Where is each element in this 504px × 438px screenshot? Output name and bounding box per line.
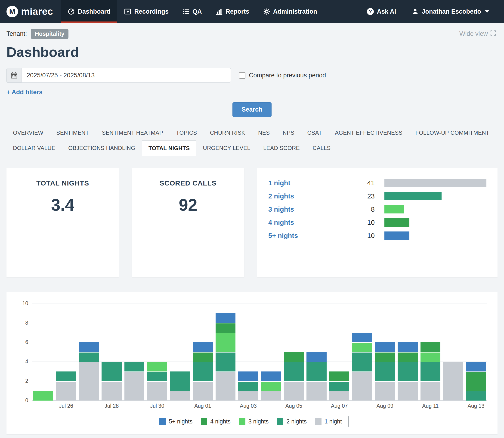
tab-row: OVERVIEWSENTIMENTSENTIMENT HEATMAPTOPICS… [6, 125, 498, 141]
stacked-bar-aug-03[interactable] [238, 372, 258, 401]
stacked-bar-aug-10[interactable] [398, 342, 417, 401]
stacked-bar-jul-25[interactable] [33, 391, 53, 401]
search-button[interactable]: Search [232, 102, 271, 117]
stacked-bar-aug-05[interactable] [284, 352, 304, 401]
bar-segment-3-nights [421, 352, 440, 362]
breakdown-label[interactable]: 1 night [268, 179, 347, 187]
tab-churn-risk[interactable]: CHURN RISK [204, 125, 252, 141]
stacked-bar-aug-06[interactable] [307, 352, 326, 401]
bar-segment-1-night [79, 362, 99, 401]
breakdown-bar-track [384, 218, 486, 227]
tab-topics[interactable]: TOPICS [170, 125, 204, 141]
nav-item-recordings[interactable]: Recordings [117, 0, 176, 23]
chart-legend: 5+ nights4 nights3 nights2 nights1 night [153, 415, 349, 428]
stacked-bar-jul-27[interactable] [79, 342, 99, 401]
bar-segment-5plus-nights [193, 342, 213, 352]
wide-view-button[interactable]: Wide view [459, 30, 496, 38]
total-nights-value: 3.4 [6, 196, 119, 214]
compare-checkbox[interactable] [239, 72, 245, 78]
tab-dollar-value[interactable]: DOLLAR VALUE [6, 141, 62, 156]
tab-sentiment-heatmap[interactable]: SENTIMENT HEATMAP [95, 125, 170, 141]
bar-segment-5plus-nights [238, 372, 258, 381]
bar-segment-2-nights [193, 362, 213, 381]
chart-bars [32, 304, 487, 401]
bar-segment-1-night [56, 381, 76, 401]
stacked-bar-aug-02[interactable] [216, 313, 235, 401]
legend-item-3-nights[interactable]: 3 nights [239, 418, 269, 425]
tab-sentiment[interactable]: SENTIMENT [50, 125, 95, 141]
stacked-bar-aug-07[interactable] [329, 372, 349, 401]
calendar-icon-button[interactable] [6, 68, 21, 83]
x-axis-tick-label [79, 403, 99, 409]
y-axis-tick-label: 2 [12, 378, 28, 384]
brand[interactable]: M miarec [6, 0, 53, 23]
legend-item-2-nights[interactable]: 2 nights [277, 418, 307, 425]
bar-chart-icon [216, 8, 223, 15]
stacked-bar-aug-01[interactable] [193, 342, 213, 401]
x-axis-tick-label [125, 403, 144, 409]
tab-nes[interactable]: NES [252, 125, 276, 141]
breakdown-label[interactable]: 4 nights [268, 219, 347, 226]
bar-segment-2-nights [398, 362, 417, 381]
breakdown-label[interactable]: 5+ nights [268, 232, 347, 240]
legend-item-1-night[interactable]: 1 night [315, 418, 342, 425]
breakdown-label[interactable]: 3 nights [268, 206, 347, 213]
breakdown-label[interactable]: 2 nights [268, 192, 347, 200]
total-nights-title: TOTAL NIGHTS [6, 179, 119, 187]
nav-item-label: Recordings [134, 8, 169, 15]
stacked-bar-aug-04[interactable] [261, 372, 281, 401]
stacked-bar-aug-08[interactable] [352, 333, 372, 401]
breakdown-bar [384, 231, 409, 240]
tab-overview[interactable]: OVERVIEW [6, 125, 50, 141]
tab-agent-effectiveness[interactable]: AGENT EFFECTIVENESS [328, 125, 409, 141]
tab-csat[interactable]: CSAT [301, 125, 328, 141]
add-filters-link[interactable]: + Add filters [0, 83, 49, 96]
x-axis-tick-label [307, 403, 326, 409]
stacked-bar-aug-09[interactable] [375, 342, 395, 401]
breakdown-row-3-nights: 3 nights8 [268, 205, 486, 213]
tab-lead-score[interactable]: LEAD SCORE [257, 141, 306, 156]
nav-item-label: Dashboard [78, 8, 110, 15]
scored-calls-title: SCORED CALLS [132, 179, 244, 187]
nav-item-qa[interactable]: QA [176, 0, 209, 23]
x-axis-tick-label: Aug 09 [375, 403, 395, 409]
bar-segment-1-night [375, 381, 395, 401]
bar-segment-4-nights [375, 352, 395, 362]
stacked-bar-jul-28[interactable] [102, 362, 121, 401]
stacked-bar-jul-29[interactable] [125, 362, 144, 401]
bar-segment-3-nights [261, 381, 281, 391]
legend-swatch [277, 418, 283, 425]
nav-item-administration[interactable]: Administration [256, 0, 324, 23]
stacked-bar-aug-11[interactable] [421, 342, 440, 401]
user-menu[interactable]: Jonathan Escobedo [405, 0, 496, 23]
stacked-bar-jul-31[interactable] [170, 372, 190, 401]
tab-nps[interactable]: NPS [276, 125, 301, 141]
stacked-bar-jul-30[interactable] [147, 362, 167, 401]
x-axis-tick-label: Aug 05 [284, 403, 304, 409]
gear-icon [263, 8, 270, 15]
stacked-bar-aug-12[interactable] [443, 362, 463, 401]
breakdown-bar [384, 205, 404, 213]
date-range-input[interactable] [21, 68, 231, 83]
legend-item-5plus-nights[interactable]: 5+ nights [159, 418, 193, 425]
chart-x-axis: Jul 26Jul 28Jul 30Aug 01Aug 03Aug 05Aug … [32, 403, 487, 409]
stacked-bar-jul-26[interactable] [56, 372, 76, 401]
nav-item-dashboard[interactable]: Dashboard [61, 0, 117, 23]
y-axis-tick-label: 10 [12, 300, 28, 307]
tab-objections-handling[interactable]: OBJECTIONS HANDLING [62, 141, 142, 156]
chart-plot-area [32, 304, 487, 401]
tab-calls[interactable]: CALLS [306, 141, 337, 156]
ask-ai-button[interactable]: ? Ask AI [360, 0, 403, 23]
tab-total-nights[interactable]: TOTAL NIGHTS [142, 141, 196, 156]
legend-label: 5+ nights [169, 418, 193, 425]
bar-segment-5plus-nights [216, 313, 235, 323]
tab-urgency-level[interactable]: URGENCY LEVEL [196, 141, 257, 156]
bar-segment-1-night [284, 381, 304, 401]
tab-follow-up-commitment[interactable]: FOLLOW-UP COMMITMENT [409, 125, 496, 141]
nav-item-reports[interactable]: Reports [209, 0, 256, 23]
bar-segment-5plus-nights [307, 352, 326, 362]
legend-item-4-nights[interactable]: 4 nights [201, 418, 231, 425]
stacked-bar-aug-13[interactable] [466, 362, 486, 401]
breakdown-row-1-night: 1 night41 [268, 179, 486, 187]
bar-segment-1-night [398, 381, 417, 401]
